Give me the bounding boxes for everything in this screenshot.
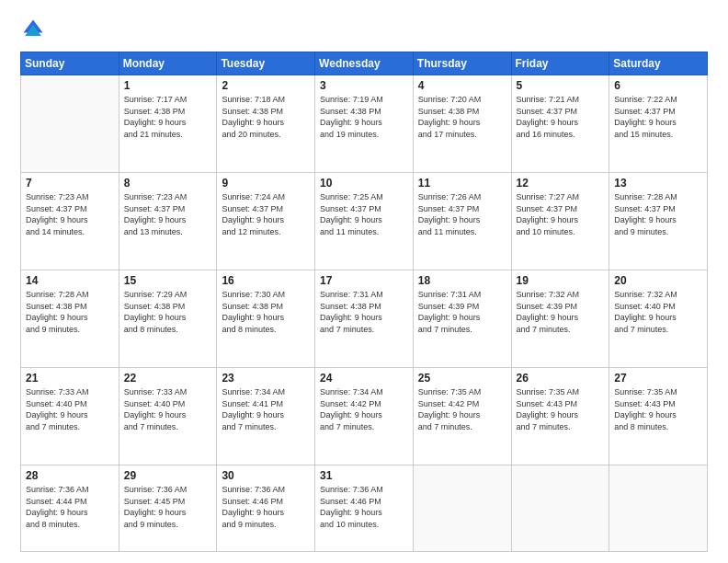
calendar-cell: 8Sunrise: 7:23 AM Sunset: 4:37 PM Daylig…: [119, 173, 217, 270]
calendar-cell: 11Sunrise: 7:26 AM Sunset: 4:37 PM Dayli…: [413, 173, 511, 270]
day-number: 28: [26, 469, 114, 482]
calendar-cell: 9Sunrise: 7:24 AM Sunset: 4:37 PM Daylig…: [217, 173, 315, 270]
weekday-header: Tuesday: [217, 52, 315, 75]
day-info: Sunrise: 7:18 AM Sunset: 4:38 PM Dayligh…: [222, 94, 310, 140]
day-info: Sunrise: 7:36 AM Sunset: 4:44 PM Dayligh…: [26, 484, 114, 530]
calendar-header-row: SundayMondayTuesdayWednesdayThursdayFrid…: [21, 52, 708, 75]
calendar-cell: 6Sunrise: 7:22 AM Sunset: 4:37 PM Daylig…: [609, 75, 708, 173]
day-number: 15: [124, 274, 212, 287]
calendar-cell: 13Sunrise: 7:28 AM Sunset: 4:37 PM Dayli…: [609, 173, 708, 270]
day-info: Sunrise: 7:24 AM Sunset: 4:37 PM Dayligh…: [222, 191, 310, 237]
day-number: 2: [222, 79, 310, 92]
day-info: Sunrise: 7:19 AM Sunset: 4:38 PM Dayligh…: [320, 94, 408, 140]
day-number: 6: [614, 79, 702, 92]
calendar-week-row: 28Sunrise: 7:36 AM Sunset: 4:44 PM Dayli…: [21, 465, 708, 552]
day-number: 23: [222, 372, 310, 385]
calendar-cell: 24Sunrise: 7:34 AM Sunset: 4:42 PM Dayli…: [315, 368, 414, 465]
calendar-cell: 21Sunrise: 7:33 AM Sunset: 4:40 PM Dayli…: [21, 368, 119, 465]
day-number: 5: [517, 79, 605, 92]
calendar-cell: 19Sunrise: 7:32 AM Sunset: 4:39 PM Dayli…: [511, 270, 609, 368]
day-number: 10: [320, 177, 408, 190]
day-info: Sunrise: 7:23 AM Sunset: 4:37 PM Dayligh…: [124, 191, 212, 237]
day-number: 11: [418, 177, 506, 190]
day-info: Sunrise: 7:34 AM Sunset: 4:41 PM Dayligh…: [222, 386, 310, 432]
day-number: 14: [26, 274, 114, 287]
calendar-cell: 28Sunrise: 7:36 AM Sunset: 4:44 PM Dayli…: [21, 465, 119, 552]
day-number: 30: [222, 469, 310, 482]
calendar-cell: 29Sunrise: 7:36 AM Sunset: 4:45 PM Dayli…: [119, 465, 217, 552]
calendar-cell: 20Sunrise: 7:32 AM Sunset: 4:40 PM Dayli…: [609, 270, 708, 368]
day-number: 21: [26, 372, 114, 385]
weekday-header: Wednesday: [315, 52, 414, 75]
day-info: Sunrise: 7:35 AM Sunset: 4:43 PM Dayligh…: [614, 386, 702, 432]
calendar-cell: [609, 465, 708, 552]
day-info: Sunrise: 7:21 AM Sunset: 4:37 PM Dayligh…: [517, 94, 605, 140]
day-number: 20: [614, 274, 702, 287]
weekday-header: Friday: [511, 52, 609, 75]
day-number: 9: [222, 177, 310, 190]
calendar-cell: 25Sunrise: 7:35 AM Sunset: 4:42 PM Dayli…: [413, 368, 511, 465]
day-number: 8: [124, 177, 212, 190]
day-info: Sunrise: 7:33 AM Sunset: 4:40 PM Dayligh…: [26, 386, 114, 432]
day-info: Sunrise: 7:32 AM Sunset: 4:39 PM Dayligh…: [517, 289, 605, 335]
day-info: Sunrise: 7:33 AM Sunset: 4:40 PM Dayligh…: [124, 386, 212, 432]
day-info: Sunrise: 7:30 AM Sunset: 4:38 PM Dayligh…: [222, 289, 310, 335]
day-info: Sunrise: 7:34 AM Sunset: 4:42 PM Dayligh…: [320, 386, 408, 432]
day-number: 29: [124, 469, 212, 482]
day-number: 26: [517, 372, 605, 385]
calendar-cell: 22Sunrise: 7:33 AM Sunset: 4:40 PM Dayli…: [119, 368, 217, 465]
calendar-week-row: 1Sunrise: 7:17 AM Sunset: 4:38 PM Daylig…: [21, 75, 708, 173]
day-info: Sunrise: 7:17 AM Sunset: 4:38 PM Dayligh…: [124, 94, 212, 140]
day-info: Sunrise: 7:20 AM Sunset: 4:38 PM Dayligh…: [418, 94, 506, 140]
day-number: 22: [124, 372, 212, 385]
day-number: 24: [320, 372, 408, 385]
calendar-cell: 12Sunrise: 7:27 AM Sunset: 4:37 PM Dayli…: [511, 173, 609, 270]
day-info: Sunrise: 7:31 AM Sunset: 4:38 PM Dayligh…: [320, 289, 408, 335]
header: [20, 17, 708, 42]
calendar-cell: 23Sunrise: 7:34 AM Sunset: 4:41 PM Dayli…: [217, 368, 315, 465]
weekday-header: Sunday: [21, 52, 119, 75]
day-number: 7: [26, 177, 114, 190]
day-info: Sunrise: 7:31 AM Sunset: 4:39 PM Dayligh…: [418, 289, 506, 335]
day-info: Sunrise: 7:23 AM Sunset: 4:37 PM Dayligh…: [26, 191, 114, 237]
day-info: Sunrise: 7:22 AM Sunset: 4:37 PM Dayligh…: [614, 94, 702, 140]
calendar-week-row: 21Sunrise: 7:33 AM Sunset: 4:40 PM Dayli…: [21, 368, 708, 465]
weekday-header: Saturday: [609, 52, 708, 75]
day-info: Sunrise: 7:29 AM Sunset: 4:38 PM Dayligh…: [124, 289, 212, 335]
calendar-week-row: 7Sunrise: 7:23 AM Sunset: 4:37 PM Daylig…: [21, 173, 708, 270]
day-info: Sunrise: 7:25 AM Sunset: 4:37 PM Dayligh…: [320, 191, 408, 237]
calendar-cell: 1Sunrise: 7:17 AM Sunset: 4:38 PM Daylig…: [119, 75, 217, 173]
calendar: SundayMondayTuesdayWednesdayThursdayFrid…: [20, 52, 708, 552]
day-info: Sunrise: 7:35 AM Sunset: 4:43 PM Dayligh…: [517, 386, 605, 432]
day-info: Sunrise: 7:36 AM Sunset: 4:45 PM Dayligh…: [124, 484, 212, 530]
calendar-cell: 14Sunrise: 7:28 AM Sunset: 4:38 PM Dayli…: [21, 270, 119, 368]
calendar-cell: 3Sunrise: 7:19 AM Sunset: 4:38 PM Daylig…: [315, 75, 414, 173]
calendar-cell: 31Sunrise: 7:36 AM Sunset: 4:46 PM Dayli…: [315, 465, 414, 552]
day-number: 12: [517, 177, 605, 190]
day-info: Sunrise: 7:35 AM Sunset: 4:42 PM Dayligh…: [418, 386, 506, 432]
calendar-cell: 16Sunrise: 7:30 AM Sunset: 4:38 PM Dayli…: [217, 270, 315, 368]
calendar-cell: 30Sunrise: 7:36 AM Sunset: 4:46 PM Dayli…: [217, 465, 315, 552]
day-info: Sunrise: 7:28 AM Sunset: 4:37 PM Dayligh…: [614, 191, 702, 237]
calendar-cell: 10Sunrise: 7:25 AM Sunset: 4:37 PM Dayli…: [315, 173, 414, 270]
day-number: 27: [614, 372, 702, 385]
calendar-cell: 27Sunrise: 7:35 AM Sunset: 4:43 PM Dayli…: [609, 368, 708, 465]
calendar-week-row: 14Sunrise: 7:28 AM Sunset: 4:38 PM Dayli…: [21, 270, 708, 368]
day-info: Sunrise: 7:27 AM Sunset: 4:37 PM Dayligh…: [517, 191, 605, 237]
weekday-header: Thursday: [413, 52, 511, 75]
calendar-cell: 4Sunrise: 7:20 AM Sunset: 4:38 PM Daylig…: [413, 75, 511, 173]
calendar-cell: 2Sunrise: 7:18 AM Sunset: 4:38 PM Daylig…: [217, 75, 315, 173]
day-number: 3: [320, 79, 408, 92]
calendar-cell: 7Sunrise: 7:23 AM Sunset: 4:37 PM Daylig…: [21, 173, 119, 270]
calendar-cell: 15Sunrise: 7:29 AM Sunset: 4:38 PM Dayli…: [119, 270, 217, 368]
day-info: Sunrise: 7:36 AM Sunset: 4:46 PM Dayligh…: [222, 484, 310, 530]
page: SundayMondayTuesdayWednesdayThursdayFrid…: [0, 0, 728, 563]
calendar-cell: 26Sunrise: 7:35 AM Sunset: 4:43 PM Dayli…: [511, 368, 609, 465]
day-number: 31: [320, 469, 408, 482]
day-info: Sunrise: 7:36 AM Sunset: 4:46 PM Dayligh…: [320, 484, 408, 530]
calendar-cell: [21, 75, 119, 173]
day-number: 1: [124, 79, 212, 92]
day-number: 13: [614, 177, 702, 190]
calendar-cell: 5Sunrise: 7:21 AM Sunset: 4:37 PM Daylig…: [511, 75, 609, 173]
logo: [20, 17, 50, 42]
